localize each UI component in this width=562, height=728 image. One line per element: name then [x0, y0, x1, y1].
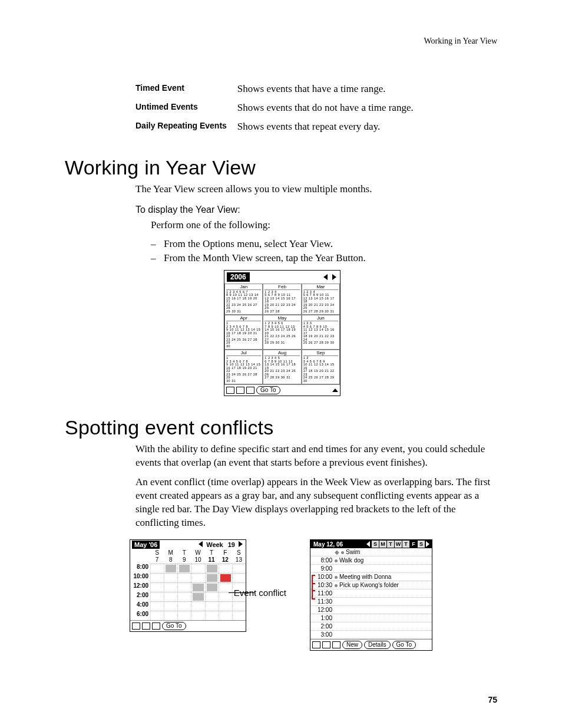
- week-cell[interactable]: [219, 573, 232, 582]
- week-cell[interactable]: [191, 592, 204, 601]
- day-dow-tab[interactable]: W: [395, 541, 402, 548]
- week-cell[interactable]: [205, 601, 219, 611]
- week-cell[interactable]: [164, 601, 177, 611]
- goto-button[interactable]: Go To: [162, 622, 186, 630]
- week-cell[interactable]: [191, 611, 204, 620]
- section-heading-conflicts: Spotting event conflicts: [65, 416, 497, 439]
- day-row[interactable]: 1:00: [310, 614, 432, 622]
- week-cell[interactable]: [177, 592, 191, 601]
- arrow-right-icon[interactable]: [332, 274, 336, 280]
- week-date[interactable]: 8: [164, 556, 177, 564]
- week-cell[interactable]: [164, 592, 177, 601]
- mini-month[interactable]: Jul 1 2 3 4 5 6 7 8 9 10 11 12 13 14 15 …: [224, 350, 263, 384]
- week-cell[interactable]: [219, 601, 232, 611]
- week-cell[interactable]: [177, 573, 191, 582]
- week-cell[interactable]: [219, 582, 232, 592]
- week-cell[interactable]: [191, 573, 204, 582]
- day-dow-tab[interactable]: M: [379, 541, 386, 548]
- mini-month[interactable]: Jun 1 2 3 4 5 6 7 8 9 10 11 12 13 14 15 …: [302, 315, 340, 350]
- view-icon[interactable]: [312, 641, 320, 648]
- day-dow-tab[interactable]: S: [418, 541, 425, 548]
- goto-button[interactable]: Go To: [392, 641, 416, 649]
- day-dow-tab[interactable]: F: [410, 541, 417, 548]
- view-icon[interactable]: [132, 622, 140, 630]
- week-cell[interactable]: [177, 582, 191, 592]
- day-row[interactable]: 12:00: [310, 606, 432, 614]
- week-cell[interactable]: [219, 592, 232, 601]
- week-cell[interactable]: [232, 564, 246, 573]
- view-icon[interactable]: [142, 622, 150, 630]
- week-cell[interactable]: [191, 564, 204, 573]
- view-icon[interactable]: [332, 641, 340, 648]
- week-cell[interactable]: [177, 611, 191, 620]
- mini-month[interactable]: Sep 1 2 3 4 5 6 7 8 9 10 11 12 13 14 15 …: [302, 350, 340, 384]
- week-date[interactable]: 11: [205, 556, 219, 564]
- arrow-left-icon[interactable]: [366, 541, 370, 547]
- week-cell[interactable]: [205, 564, 219, 573]
- day-row[interactable]: 11:30: [310, 598, 432, 606]
- new-button[interactable]: New: [342, 641, 362, 649]
- day-row[interactable]: 9:00: [310, 565, 432, 573]
- week-cell[interactable]: [205, 582, 219, 592]
- day-dow-tab[interactable]: T: [387, 541, 394, 548]
- mini-month[interactable]: Mar 1 2 3 4 5 6 7 8 9 10 11 12 13 14 15 …: [302, 284, 340, 315]
- arrow-left-icon[interactable]: [323, 274, 328, 280]
- week-cell[interactable]: [164, 564, 177, 573]
- week-cell[interactable]: [150, 592, 164, 601]
- day-dow-tab[interactable]: T: [402, 541, 409, 548]
- day-row[interactable]: 2:00: [310, 622, 432, 631]
- arrow-left-icon[interactable]: [199, 541, 203, 547]
- week-cell[interactable]: [177, 564, 191, 573]
- week-cell[interactable]: [150, 582, 164, 592]
- week-cell[interactable]: [150, 601, 164, 611]
- week-cell[interactable]: [191, 582, 204, 592]
- year-nav-arrows[interactable]: [322, 272, 338, 282]
- mini-month[interactable]: Jan1 2 3 4 5 6 7 8 9 10 11 12 13 14 15 1…: [224, 284, 263, 315]
- day-row[interactable]: 3:00: [310, 631, 432, 639]
- day-row[interactable]: 10:00Meeting with Donna: [310, 573, 432, 581]
- week-cell[interactable]: [150, 573, 164, 582]
- mini-month[interactable]: May 1 2 3 4 5 6 7 8 9 10 11 12 13 14 15 …: [263, 315, 301, 350]
- week-cell[interactable]: [191, 601, 204, 611]
- mini-month-name: Apr: [226, 316, 261, 321]
- week-date[interactable]: 9: [177, 556, 191, 564]
- week-cell[interactable]: [219, 611, 232, 620]
- week-cell[interactable]: [232, 601, 246, 611]
- mini-month-days: 1 2 3 4 5 6 7 8 9 10 11 12 13 14 15 16 1…: [303, 322, 338, 345]
- week-cell[interactable]: [164, 611, 177, 620]
- view-icon[interactable]: [322, 641, 330, 648]
- day-dow-tab[interactable]: S: [372, 541, 379, 548]
- week-cell[interactable]: [232, 573, 246, 582]
- week-date[interactable]: 13: [232, 556, 246, 564]
- week-cell[interactable]: [205, 573, 219, 582]
- view-icon[interactable]: [152, 622, 160, 630]
- day-row[interactable]: 8:00Walk dog: [310, 556, 432, 565]
- week-date[interactable]: 12: [219, 556, 232, 564]
- mini-month[interactable]: Apr 1 2 3 4 5 6 7 8 9 10 11 12 13 14 15 …: [224, 315, 263, 350]
- mini-month-name: Sep: [303, 351, 338, 356]
- view-icon[interactable]: [226, 387, 234, 394]
- details-button[interactable]: Details: [364, 641, 391, 649]
- arrow-right-icon[interactable]: [239, 541, 243, 547]
- mini-month[interactable]: Feb 1 2 3 4 5 6 7 8 9 10 11 12 13 14 15 …: [263, 284, 301, 315]
- day-row[interactable]: 10:30Pick up Kwong's folder: [310, 581, 432, 589]
- week-cell[interactable]: [219, 564, 232, 573]
- week-cell[interactable]: [150, 611, 164, 620]
- week-date[interactable]: 10: [191, 556, 204, 564]
- week-cell[interactable]: [164, 573, 177, 582]
- week-date[interactable]: 7: [150, 556, 164, 564]
- week-cell[interactable]: [150, 564, 164, 573]
- week-cell[interactable]: [205, 592, 219, 601]
- week-cell[interactable]: [232, 611, 246, 620]
- day-row[interactable]: ◆Swim: [310, 548, 432, 556]
- week-cell[interactable]: [164, 582, 177, 592]
- mini-month[interactable]: Aug 1 2 3 4 5 6 7 8 9 10 11 12 13 14 15 …: [263, 350, 301, 384]
- scroll-up-icon[interactable]: [332, 388, 338, 392]
- day-row[interactable]: 11:00: [310, 589, 432, 598]
- view-icon[interactable]: [236, 387, 244, 394]
- goto-button[interactable]: Go To: [256, 386, 280, 394]
- week-cell[interactable]: [177, 601, 191, 611]
- view-icon[interactable]: [246, 387, 254, 394]
- week-cell[interactable]: [205, 611, 219, 620]
- arrow-right-icon[interactable]: [426, 541, 429, 547]
